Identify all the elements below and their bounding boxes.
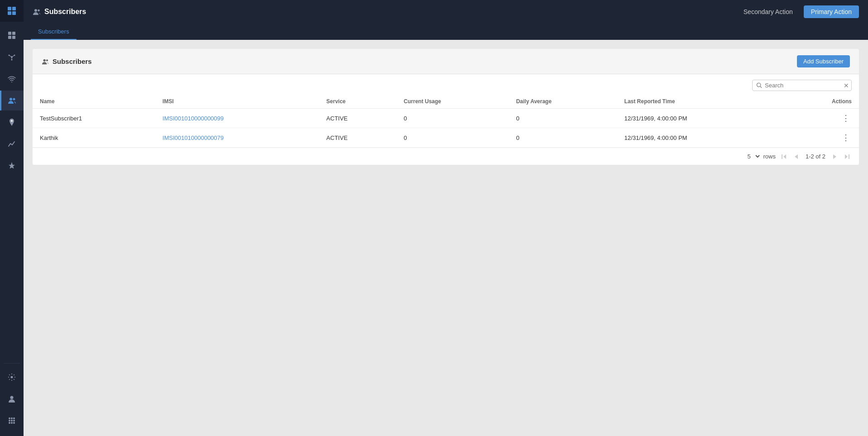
col-header-actions: Actions — [784, 95, 859, 109]
imsi-link-0[interactable]: IMSI001010000000099 — [162, 115, 224, 122]
account-icon — [8, 395, 16, 403]
svg-point-28 — [11, 422, 13, 424]
search-clear-icon[interactable]: ✕ — [844, 82, 849, 89]
cell-name-1: Karthik — [33, 128, 155, 148]
sidebar-item-apps[interactable] — [0, 411, 24, 431]
rows-per-page-select[interactable]: 5 10 25 50 — [745, 153, 761, 160]
svg-line-13 — [12, 55, 14, 57]
col-header-imsi: IMSI — [155, 95, 319, 109]
svg-marker-40 — [845, 154, 848, 159]
section-header: Subscribers Add Subscriber — [33, 49, 859, 74]
svg-point-29 — [13, 422, 15, 424]
svg-point-32 — [43, 59, 46, 61]
svg-point-19 — [11, 376, 13, 379]
cell-actions-0: ⋮ — [784, 109, 859, 128]
table-container: ✕ Name IMSI Service Current Usage Daily … — [33, 74, 859, 165]
cell-imsi-0[interactable]: IMSI001010000000099 — [155, 109, 319, 128]
svg-rect-3 — [12, 11, 16, 15]
pagination: 5 10 25 50 rows 1-2 of 2 — [33, 148, 859, 165]
top-bar: Subscribers Secondary Action Primary Act… — [24, 0, 868, 24]
imsi-link-1[interactable]: IMSI001010000000079 — [162, 134, 224, 141]
sidebar-divider — [4, 363, 20, 364]
content-area: Subscribers Add Subscriber — [24, 40, 868, 436]
svg-point-26 — [13, 420, 15, 422]
svg-rect-6 — [8, 36, 11, 39]
section-title: Subscribers — [42, 57, 92, 65]
cell-daily-average-1: 0 — [509, 128, 617, 148]
row-menu-button-1[interactable]: ⋮ — [840, 133, 852, 143]
svg-point-22 — [11, 417, 13, 419]
col-header-service: Service — [319, 95, 396, 109]
sidebar-item-location[interactable] — [0, 112, 24, 132]
sidebar-item-account[interactable] — [0, 389, 24, 409]
add-subscriber-button[interactable]: Add Subscriber — [797, 55, 850, 67]
apps-icon — [8, 417, 16, 425]
svg-rect-5 — [12, 32, 15, 35]
col-header-name: Name — [33, 95, 155, 109]
col-header-current-usage: Current Usage — [396, 95, 509, 109]
sidebar-item-subscribers[interactable] — [0, 91, 24, 110]
svg-rect-7 — [12, 36, 15, 39]
sidebar-item-analytics[interactable] — [0, 134, 24, 154]
search-icon — [756, 82, 762, 88]
svg-rect-0 — [8, 7, 11, 10]
sidebar-item-wireless[interactable] — [0, 69, 24, 89]
last-page-button[interactable] — [843, 153, 852, 160]
sidebar-item-network[interactable] — [0, 47, 24, 67]
cell-name-0: TestSubscriber1 — [33, 109, 155, 128]
sidebar-item-alerts[interactable] — [0, 156, 24, 176]
svg-rect-2 — [8, 11, 11, 15]
next-page-button[interactable] — [831, 153, 839, 160]
primary-action-button[interactable]: Primary Action — [804, 5, 859, 18]
rows-label: rows — [763, 153, 775, 160]
sidebar — [0, 0, 24, 436]
col-header-last-reported: Last Reported Time — [617, 95, 785, 109]
table-row: TestSubscriber1 IMSI001010000000099 ACTI… — [33, 109, 859, 128]
svg-marker-36 — [783, 154, 786, 159]
cell-last-reported-1: 12/31/1969, 4:00:00 PM — [617, 128, 785, 148]
gear-icon — [8, 373, 16, 381]
search-wrapper: ✕ — [752, 80, 852, 91]
top-bar-title-text: Subscribers — [44, 8, 86, 16]
cell-imsi-1[interactable]: IMSI001010000000079 — [155, 128, 319, 148]
svg-line-12 — [9, 55, 12, 57]
prev-page-button[interactable] — [792, 153, 800, 160]
logo-icon — [7, 6, 17, 16]
svg-point-34 — [757, 83, 760, 86]
svg-rect-4 — [8, 32, 11, 35]
cell-service-0: ACTIVE — [319, 109, 396, 128]
top-bar-actions: Secondary Action Primary Action — [738, 5, 859, 18]
svg-rect-41 — [849, 154, 849, 159]
sidebar-logo[interactable] — [0, 0, 24, 22]
row-menu-button-0[interactable]: ⋮ — [840, 113, 852, 123]
svg-marker-39 — [833, 154, 836, 159]
sidebar-item-dashboard[interactable] — [0, 25, 24, 45]
svg-point-25 — [11, 420, 13, 422]
cell-actions-1: ⋮ — [784, 128, 859, 148]
first-page-button[interactable] — [779, 153, 788, 160]
svg-marker-38 — [795, 154, 798, 159]
dashboard-icon — [8, 31, 16, 39]
svg-line-35 — [760, 86, 762, 88]
analytics-icon — [8, 140, 16, 148]
subscribers-table: Name IMSI Service Current Usage Daily Av… — [33, 95, 859, 148]
svg-point-24 — [9, 420, 10, 422]
location-icon — [8, 118, 16, 126]
sidebar-nav — [0, 22, 24, 361]
svg-point-23 — [13, 417, 15, 419]
svg-point-31 — [38, 10, 40, 12]
tab-subscribers[interactable]: Subscribers — [31, 24, 76, 40]
table-row: Karthik IMSI001010000000079 ACTIVE 0 0 1… — [33, 128, 859, 148]
svg-point-21 — [9, 417, 10, 419]
svg-point-20 — [10, 396, 14, 399]
sidebar-item-settings[interactable] — [0, 367, 24, 387]
rows-per-page: 5 10 25 50 rows — [745, 153, 775, 160]
secondary-action-button[interactable]: Secondary Action — [738, 5, 798, 18]
svg-point-33 — [46, 59, 48, 61]
cell-service-1: ACTIVE — [319, 128, 396, 148]
tab-bar: Subscribers — [24, 24, 868, 40]
cell-current-usage-0: 0 — [396, 109, 509, 128]
search-input[interactable] — [765, 82, 841, 89]
network-icon — [8, 53, 16, 61]
section-title-icon — [42, 58, 49, 65]
